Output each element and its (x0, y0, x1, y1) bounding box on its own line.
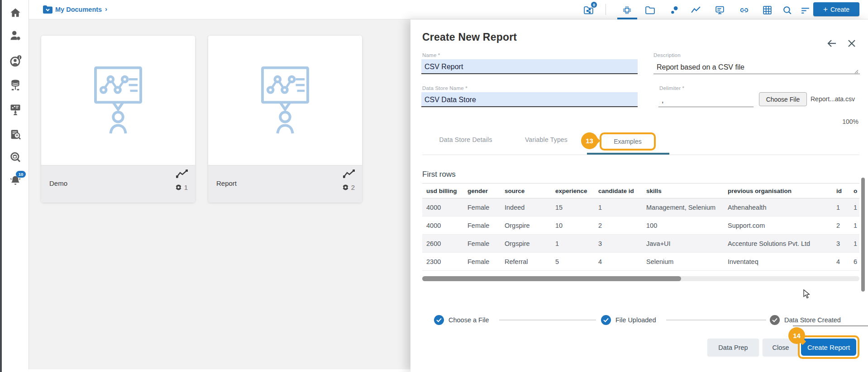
user-settings-icon[interactable] (9, 29, 22, 42)
vertical-scrollbar-thumb[interactable] (861, 178, 865, 292)
table-cell: 4 (832, 253, 849, 271)
document-search-icon[interactable] (9, 128, 22, 141)
close-icon[interactable] (845, 37, 858, 50)
bubble-chart-icon[interactable] (668, 4, 681, 16)
tab-data-store-details[interactable]: Data Store Details (434, 136, 497, 143)
active-tab-indicator (587, 153, 669, 155)
resize-handle-icon[interactable] (853, 67, 858, 75)
table-cell: 1 (849, 235, 859, 253)
sidebar: 10 (2, 0, 29, 369)
folder-icon[interactable] (644, 4, 656, 16)
table-cell: Management, Selenium (642, 198, 724, 217)
tabs-divider (422, 155, 859, 155)
sort-icon[interactable] (799, 4, 811, 16)
views-counter: 1 (175, 184, 188, 191)
data-search-icon[interactable] (9, 151, 22, 164)
table-cell: 1 (594, 198, 642, 217)
card-title: Report (216, 179, 237, 187)
step-label: Data Store Created (784, 316, 841, 324)
document-card-demo[interactable]: Demo 1 (41, 36, 195, 202)
views-counter: 2 (342, 184, 355, 191)
toolbar-divider (606, 4, 606, 15)
create-report-button[interactable]: Create Report (801, 339, 856, 356)
column-header: previous organisation (724, 184, 832, 198)
report-illustration (41, 36, 195, 165)
table-cell: 1 (849, 217, 859, 235)
user-profile-info-icon[interactable] (9, 54, 22, 68)
table-cell: 1 (849, 198, 859, 217)
data-store-name-label: Data Store Name * (422, 85, 467, 91)
chart-type-icon (343, 170, 355, 180)
name-input[interactable]: CSV Report (421, 59, 638, 74)
share-badge: 0 (591, 1, 597, 8)
notifications-bell-icon[interactable]: 10 (9, 174, 22, 188)
table-cell: Athenahealth (724, 198, 832, 217)
create-report-panel: Create New Report Name * CSV Report Desc… (410, 19, 868, 372)
data-prep-button[interactable]: Data Prep (707, 339, 759, 356)
horizontal-scrollbar-thumb[interactable] (422, 276, 681, 281)
table-row: 4000 Female Indeed 15 1 Management, Sele… (422, 198, 859, 217)
horizontal-scrollbar[interactable] (422, 276, 859, 281)
presentation-icon[interactable] (713, 4, 726, 16)
tab-examples[interactable]: Examples (600, 132, 656, 151)
database-network-icon[interactable] (9, 79, 22, 92)
delimiter-input[interactable]: , (658, 92, 754, 107)
chart-type-icon (176, 170, 188, 180)
examples-table: usd billing gender source experience can… (422, 183, 859, 273)
search-icon[interactable] (781, 4, 793, 16)
step-label: Choose a File (448, 316, 489, 324)
upload-progress: 100% (804, 118, 858, 125)
table-cell: Female (463, 235, 501, 253)
table-cell: 2 (594, 217, 642, 235)
step-connector (499, 320, 596, 320)
data-store-name-input[interactable]: CSV Data Store (421, 92, 638, 107)
grid-table-icon[interactable] (761, 4, 773, 16)
folder-share-icon[interactable]: 0 (582, 4, 595, 16)
table-cell: 15 (551, 198, 594, 217)
table-cell: Accenture Solutions Pvt. Ltd (724, 235, 832, 253)
document-card-report[interactable]: Report 2 (208, 36, 362, 202)
notification-badge: 10 (16, 171, 26, 178)
presentation-person-icon[interactable] (9, 103, 22, 116)
delimiter-label: Delimiter * (659, 85, 684, 91)
table-row: 2600 Female Orgspire 1 3 Java+UI Accentu… (422, 235, 859, 253)
table-cell: Inventateq (724, 253, 832, 271)
uploaded-file-name: Report...ata.csv (811, 95, 855, 103)
back-icon[interactable] (825, 37, 839, 50)
table-row: 2300 Female Referral 5 4 Selenium Invent… (422, 253, 859, 271)
check-icon (603, 318, 609, 322)
breadcrumb-chevron: › (105, 5, 107, 13)
create-button[interactable]: + Create (813, 2, 859, 16)
table-cell: Indeed (501, 198, 551, 217)
tab-variable-types[interactable]: Variable Types (518, 136, 574, 143)
table-cell: Orgspire (501, 217, 551, 235)
table-row: 4000 Female Orgspire 10 2 100 Support.co… (422, 217, 859, 235)
chip-dashboard-icon[interactable] (620, 4, 633, 16)
table-cell: Female (463, 198, 501, 217)
choose-file-button[interactable]: Choose File (759, 92, 807, 106)
table-cell: 2300 (422, 253, 463, 271)
check-icon (772, 318, 777, 322)
table-cell: 2 (832, 217, 849, 235)
home-icon[interactable] (9, 6, 22, 20)
description-label: Description (653, 52, 681, 58)
table-cell: Female (463, 217, 501, 235)
report-illustration (208, 36, 362, 165)
card-footer: Report 2 (208, 165, 362, 202)
breadcrumb-folder-icon[interactable] (43, 5, 53, 14)
card-footer: Demo 1 (41, 165, 195, 202)
column-header: candidate id (594, 184, 642, 198)
column-header: source (501, 184, 551, 198)
line-chart-icon[interactable] (689, 4, 702, 16)
plus-icon: + (823, 5, 828, 13)
column-header: skills (642, 184, 724, 198)
description-input[interactable]: Report based on a CSV file (653, 59, 860, 74)
table-cell: 100 (642, 217, 724, 235)
card-title: Demo (49, 179, 67, 187)
table-cell: 1 (832, 198, 849, 217)
table-cell: Java+UI (642, 235, 724, 253)
column-header: o (849, 184, 859, 198)
link-icon[interactable] (738, 4, 750, 16)
breadcrumb[interactable]: My Documents (55, 6, 102, 13)
views-icon (175, 184, 182, 191)
